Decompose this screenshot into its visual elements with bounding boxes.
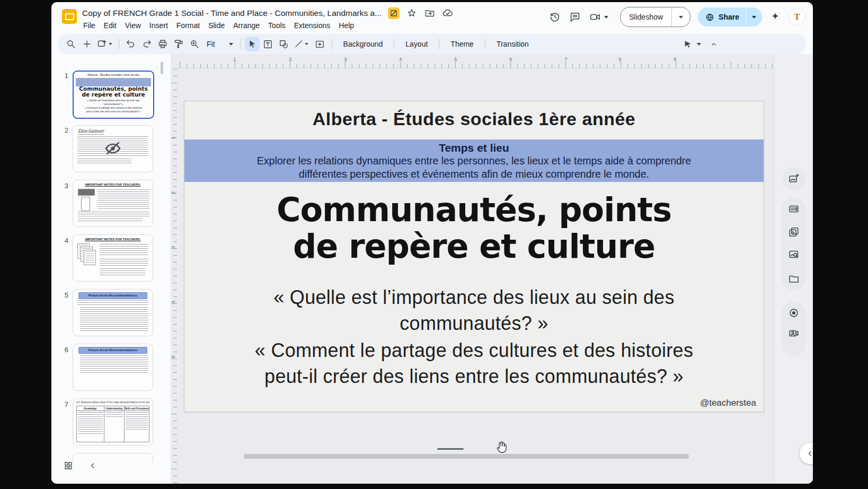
thumb4-worksheet: [84, 250, 96, 265]
slideshow-dropdown[interactable]: [671, 7, 690, 27]
slide-thumbnail-3[interactable]: IMPORTANT NOTES FOR TEACHERS:: [73, 180, 153, 227]
menu-edit[interactable]: Edit: [100, 20, 121, 31]
folder-icon[interactable]: [788, 273, 800, 285]
slide-canvas[interactable]: Alberta - Études sociales 1ère année Tem…: [184, 101, 764, 412]
side-panel-rail: [774, 54, 813, 484]
slide-question-1[interactable]: « Quelle est l’importance des lieux au s…: [184, 285, 764, 336]
toolbar: Fit Background Layout Theme Transition: [58, 34, 806, 54]
photo-stack-icon[interactable]: [788, 226, 800, 238]
share-visibility-icon: [705, 13, 714, 22]
share-label: Share: [719, 13, 739, 21]
slideshow-button[interactable]: Slideshow: [620, 7, 690, 27]
layout-button[interactable]: Layout: [398, 37, 435, 51]
undo-icon[interactable]: [123, 37, 138, 51]
slide-number: 2: [58, 126, 68, 134]
sparkle-icon[interactable]: [769, 11, 781, 23]
record-icon[interactable]: [788, 307, 800, 319]
camera-record-icon[interactable]: [788, 327, 800, 339]
toolbar-divider: [394, 39, 394, 49]
menu-help[interactable]: Help: [334, 20, 358, 31]
slide-banner[interactable]: Temps et lieu Explorer les relations dyn…: [184, 139, 764, 182]
line-tool[interactable]: [293, 37, 312, 51]
banner-line1: Explorer les relations dynamiques entre …: [184, 154, 764, 168]
select-cursor-tool[interactable]: [245, 37, 260, 51]
slide-thumbnail-5[interactable]: Picture Book Recommendations: [73, 289, 153, 336]
slide-header-title[interactable]: Alberta - Études sociales 1ère année: [184, 109, 764, 129]
share-button[interactable]: Share: [698, 7, 762, 27]
slide-question-2[interactable]: « Comment le partage des cultures et des…: [184, 338, 764, 389]
move-folder-icon[interactable]: [424, 7, 436, 19]
zoom-in-icon[interactable]: [187, 37, 202, 51]
slide-number: 7: [58, 400, 68, 408]
menu-view[interactable]: View: [121, 20, 145, 31]
account-avatar[interactable]: T: [789, 8, 805, 25]
menu-file[interactable]: File: [79, 20, 100, 31]
redo-icon[interactable]: [139, 37, 154, 51]
meet-camera-button[interactable]: [589, 11, 609, 23]
textbox-tool[interactable]: [261, 37, 276, 51]
slide-thumbnail-6[interactable]: Picture Book Recommendations: [73, 344, 153, 391]
menu-slide[interactable]: Slide: [204, 20, 229, 31]
collapse-toolbar-icon[interactable]: [706, 37, 721, 51]
paint-format-icon[interactable]: [171, 37, 186, 51]
version-history-icon[interactable]: [549, 11, 561, 23]
slide-credit: @teacherstea: [700, 398, 756, 408]
insert-image-placeholder-icon[interactable]: [313, 37, 327, 51]
pen-tools-dropdown[interactable]: [697, 43, 701, 46]
speaker-notes-handle[interactable]: [437, 448, 464, 450]
theme-button[interactable]: Theme: [443, 37, 481, 51]
pen-tools-icon[interactable]: [680, 37, 695, 51]
thumb1-main-title: Communautés, pointsde repère et culture: [75, 86, 152, 98]
slide-thumbnail-2[interactable]: Disclaimer: [73, 125, 153, 172]
collapse-filmstrip-icon[interactable]: [85, 458, 100, 473]
slide-number: 4: [58, 237, 68, 244]
transition-button[interactable]: Transition: [489, 37, 536, 51]
slide-number: 3: [58, 182, 68, 190]
thumb1-title: Alberta - Études sociales 1ère année: [75, 73, 152, 76]
slide-thumbnail-1[interactable]: Alberta - Études sociales 1ère année Com…: [73, 71, 154, 119]
menu-extensions[interactable]: Extensions: [290, 20, 334, 31]
star-icon[interactable]: [406, 7, 418, 19]
toolbar-divider: [119, 39, 119, 49]
slide-number: 1: [58, 72, 68, 80]
add-image-icon[interactable]: [788, 173, 800, 185]
document-title[interactable]: Copy of FRENCH Grade 1 Social - Time and…: [82, 8, 382, 18]
cloud-status-icon[interactable]: [442, 7, 454, 19]
comment-icon[interactable]: [569, 11, 581, 23]
banner-title: Temps et lieu: [184, 142, 764, 154]
grid-view-icon[interactable]: [61, 458, 76, 473]
new-slide-plus-icon[interactable]: [79, 37, 94, 51]
search-menus-icon[interactable]: [64, 37, 78, 51]
thumb5-title: Picture Book Recommendations: [78, 292, 147, 299]
filmstrip-scrollbar[interactable]: [161, 62, 163, 74]
background-button[interactable]: Background: [336, 37, 391, 51]
filmstrip-panel: 1 Alberta - Études sociales 1ère année C…: [51, 54, 171, 484]
print-icon[interactable]: [155, 37, 170, 51]
toolbar-divider: [240, 39, 241, 49]
toolbar-divider: [332, 39, 332, 49]
yellow-badge-icon[interactable]: [388, 7, 400, 19]
slide-thumbnail-4[interactable]: IMPORTANT NOTES FOR TEACHERS:: [73, 234, 153, 282]
horizontal-scrollbar[interactable]: [244, 454, 689, 459]
slide-thumbnail-7[interactable]: LO: Students explore some of the major p…: [73, 398, 153, 446]
thumb3-image: [78, 189, 95, 196]
share-dropdown[interactable]: [746, 7, 762, 27]
image-search-icon[interactable]: [788, 249, 800, 260]
slides-logo-icon[interactable]: [62, 9, 77, 24]
outline-card-icon[interactable]: [788, 203, 800, 215]
shape-tool[interactable]: [277, 37, 291, 51]
slide-main-title[interactable]: Communautés, points de repère et culture: [184, 191, 764, 265]
slide-thumbnail-8-partial[interactable]: [73, 453, 153, 462]
menu-tools[interactable]: Tools: [264, 20, 290, 31]
menu-arrange[interactable]: Arrange: [229, 20, 264, 31]
banner-line2: différentes perspectives et événements a…: [184, 168, 764, 181]
thumb7-objective: LO: Students explore some of the major p…: [76, 401, 149, 404]
horizontal-ruler: 1 2 3 4 5 6 7 8 9: [177, 54, 774, 68]
zoom-select[interactable]: Fit: [202, 40, 236, 48]
menu-insert[interactable]: Insert: [145, 20, 172, 31]
new-slide-layout-icon[interactable]: [95, 37, 114, 51]
slide-number: 6: [58, 346, 68, 354]
menu-format[interactable]: Format: [172, 20, 204, 31]
zoom-value: Fit: [207, 40, 215, 48]
hidden-slide-icon: [104, 139, 122, 155]
